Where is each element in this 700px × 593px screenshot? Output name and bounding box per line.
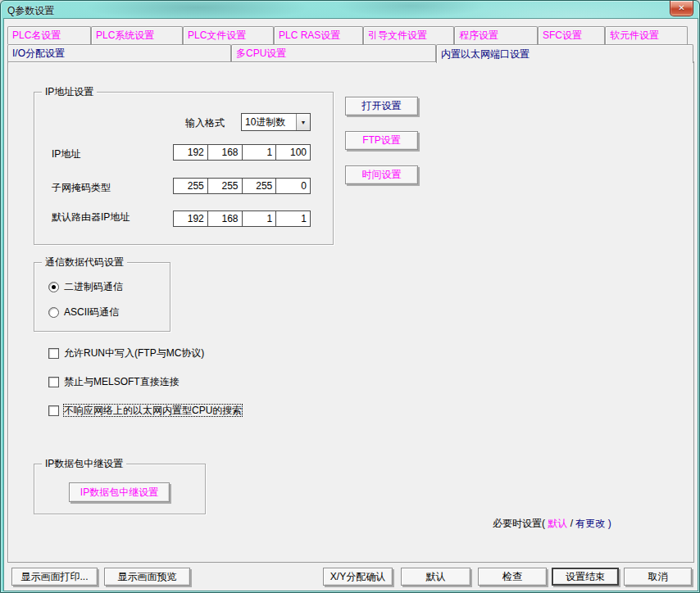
default-button[interactable]: 默认 [401, 568, 470, 586]
ip-address-input[interactable]: 192 168 1 100 [173, 144, 311, 161]
close-button[interactable]: ✕ [670, 1, 693, 16]
tab-device[interactable]: 软元件设置 [605, 26, 688, 44]
ip-address-label: IP地址 [52, 147, 80, 161]
ip-relay-group-label: IP数据包中继设置 [42, 459, 126, 469]
tab-sfc[interactable]: SFC设置 [538, 26, 605, 44]
ascii-comm-radio[interactable]: ASCII码通信 [48, 306, 119, 318]
router-octet-1[interactable]: 192 [174, 211, 207, 226]
subnet-mask-label: 子网掩码类型 [52, 181, 111, 194]
default-router-label: 默认路由器IP地址 [52, 210, 130, 224]
no-search-response-checkbox[interactable]: 不响应网络上的以太网内置型CPU的搜索 [48, 405, 242, 416]
hint-separator: / [567, 518, 575, 529]
ip-settings-group-label: IP地址设置 [42, 87, 97, 97]
ip-octet-2[interactable]: 168 [207, 145, 242, 160]
ip-octet-3[interactable]: 1 [242, 145, 276, 160]
titlebar[interactable]: Q参数设置 ✕ [1, 1, 699, 19]
checkbox-icon[interactable] [48, 348, 59, 359]
ascii-comm-label: ASCII码通信 [64, 306, 119, 318]
tab-plc-file[interactable]: PLC文件设置 [183, 26, 274, 44]
chevron-down-icon[interactable]: ▼ [296, 114, 310, 130]
hint-default: 默认 [548, 518, 567, 529]
ip-octet-1[interactable]: 192 [174, 145, 207, 160]
tab-io-assignment[interactable]: I/O分配设置 [7, 44, 231, 61]
subnet-octet-1[interactable]: 255 [174, 179, 207, 193]
check-button[interactable]: 检查 [478, 568, 547, 586]
tab-multi-cpu[interactable]: 多CPU设置 [231, 44, 436, 61]
subnet-octet-3[interactable]: 255 [242, 179, 276, 193]
tab-boot-file[interactable]: 引导文件设置 [363, 26, 454, 44]
finish-settings-button[interactable]: 设置结束 [552, 568, 619, 586]
time-settings-button[interactable]: 时间设置 [345, 165, 418, 184]
dialog-window: Q参数设置 ✕ PLC名设置 PLC系统设置 PLC文件设置 PLC RAS设置… [0, 0, 700, 593]
allow-run-write-label: 允许RUN中写入(FTP与MC协议) [64, 347, 204, 359]
open-settings-button[interactable]: 打开设置 [345, 97, 418, 115]
tab-program[interactable]: 程序设置 [454, 26, 538, 44]
cancel-button[interactable]: 取消 [624, 568, 692, 586]
checkbox-icon[interactable] [48, 377, 59, 387]
print-screen-button[interactable]: 显示画面打印... [11, 568, 98, 586]
tab-plc-ras[interactable]: PLC RAS设置 [274, 26, 363, 44]
tab-plc-system[interactable]: PLC系统设置 [91, 26, 183, 44]
router-octet-3[interactable]: 1 [242, 211, 276, 226]
hint-prefix: 必要时设置( [493, 518, 548, 529]
input-format-select[interactable]: 10进制数 ▼ [241, 113, 311, 131]
tab-builtin-ethernet[interactable]: 内置以太网端口设置 [436, 44, 693, 63]
ip-octet-4[interactable]: 100 [275, 145, 310, 160]
allow-run-write-checkbox[interactable]: 允许RUN中写入(FTP与MC协议) [48, 347, 204, 359]
hint-changed: 有更改 [575, 518, 605, 529]
radio-unselected-icon[interactable] [48, 307, 59, 318]
router-octet-2[interactable]: 168 [207, 211, 242, 226]
comm-code-groupbox [34, 262, 170, 332]
subnet-octet-4[interactable]: 0 [275, 179, 310, 193]
input-format-value: 10进制数 [242, 115, 296, 129]
subnet-octet-2[interactable]: 255 [207, 179, 242, 193]
ip-packet-relay-button[interactable]: IP数据包中继设置 [69, 482, 170, 502]
binary-comm-radio[interactable]: 二进制码通信 [48, 281, 123, 292]
close-icon: ✕ [678, 3, 684, 12]
no-search-response-label: 不响应网络上的以太网内置型CPU的搜索 [64, 405, 242, 416]
disable-melsoft-checkbox[interactable]: 禁止与MELSOFT直接连接 [48, 376, 180, 387]
window-title: Q参数设置 [7, 4, 54, 18]
radio-selected-icon[interactable] [48, 282, 59, 292]
input-format-label: 输入格式 [185, 116, 225, 129]
router-octet-4[interactable]: 1 [275, 211, 310, 226]
subnet-mask-input[interactable]: 255 255 255 0 [173, 178, 311, 194]
checkbox-icon[interactable] [48, 405, 59, 416]
binary-comm-label: 二进制码通信 [64, 281, 123, 292]
hint-suffix: ) [605, 518, 611, 529]
xy-assignment-confirm-button[interactable]: X/Y分配确认 [323, 568, 393, 586]
comm-code-group-label: 通信数据代码设置 [42, 257, 127, 268]
tab-plc-name[interactable]: PLC名设置 [7, 26, 91, 44]
default-router-input[interactable]: 192 168 1 1 [173, 210, 311, 227]
ftp-settings-button[interactable]: FTP设置 [345, 131, 418, 150]
required-settings-hint: 必要时设置( 默认 / 有更改 ) [493, 517, 611, 531]
preview-screen-button[interactable]: 显示画面预览 [104, 568, 190, 586]
disable-melsoft-label: 禁止与MELSOFT直接连接 [64, 376, 180, 387]
